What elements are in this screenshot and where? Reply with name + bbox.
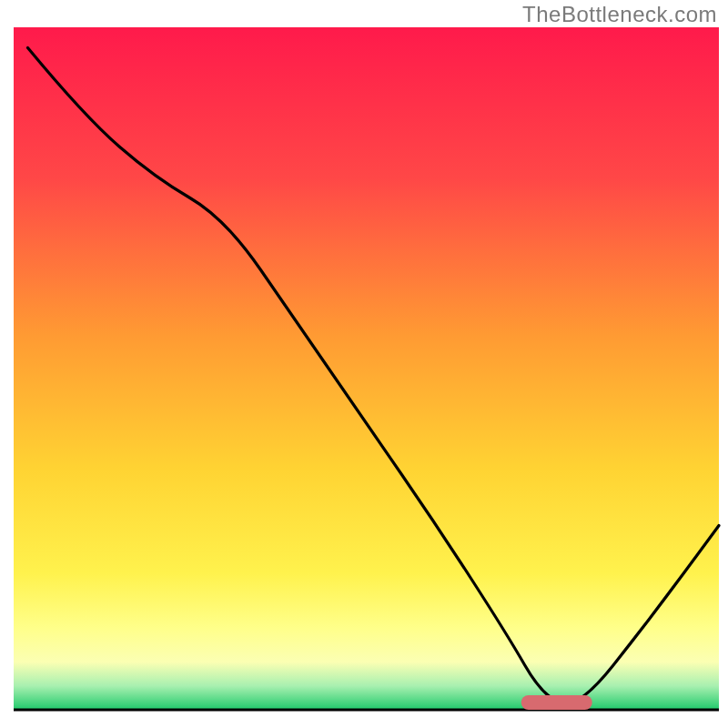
plot-background: [14, 27, 719, 710]
chart-svg: [0, 0, 728, 728]
watermark-text: TheBottleneck.com: [522, 2, 717, 27]
chart-container: { "watermark": "TheBottleneck.com", "cha…: [0, 0, 728, 728]
